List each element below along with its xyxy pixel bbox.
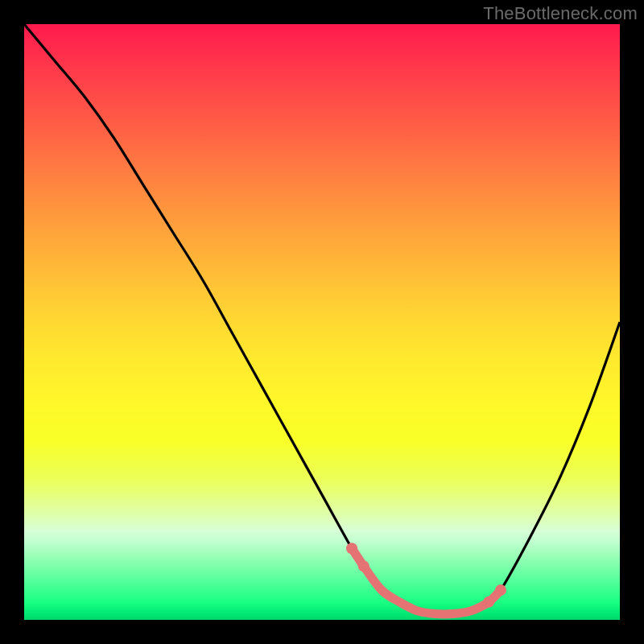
highlight-dot — [358, 560, 369, 572]
curve-path — [24, 24, 620, 614]
chart-gradient-background — [24, 24, 620, 620]
watermark-text: TheBottleneck.com — [483, 3, 638, 24]
highlight-dot — [346, 543, 357, 554]
bottleneck-curve — [24, 24, 620, 614]
chart-frame: TheBottleneck.com — [0, 0, 644, 644]
highlight-dot — [483, 597, 494, 608]
highlight-dot — [495, 584, 506, 596]
highlight-path — [352, 548, 501, 614]
highlight-group — [346, 543, 506, 614]
chart-svg — [24, 24, 620, 620]
